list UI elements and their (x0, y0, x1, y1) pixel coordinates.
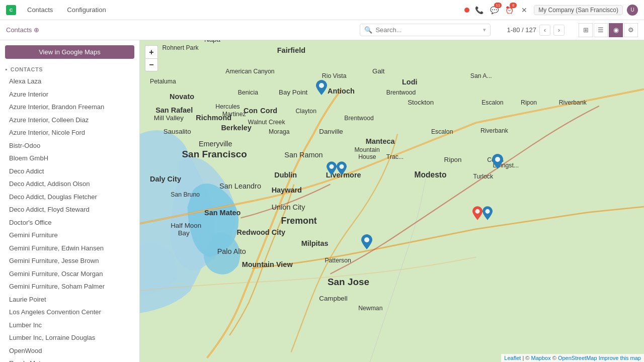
osm-link[interactable]: OpenStreetMap (558, 355, 597, 361)
svg-text:Turlock: Turlock (473, 173, 494, 180)
svg-text:Napa: Napa (204, 40, 221, 43)
contact-list-item[interactable]: Gemini Furniture, Edwin Hansen (0, 242, 139, 255)
zoom-out-button[interactable]: − (145, 58, 158, 71)
map-pin-concord2[interactable] (337, 161, 347, 175)
prev-page-button[interactable]: ‹ (539, 25, 550, 36)
collapse-icon[interactable]: ▪ (5, 66, 8, 73)
svg-text:Danville: Danville (319, 128, 343, 135)
svg-text:Redwood City: Redwood City (237, 228, 285, 236)
status-indicator (464, 8, 469, 13)
map-pin-fairfield[interactable] (316, 80, 327, 95)
contact-list-item[interactable]: Azure Interior, Colleen Diaz (0, 114, 139, 127)
contact-list-item[interactable]: Alexa Laza (0, 75, 139, 88)
activity-icon[interactable]: ⏰ 8 (504, 5, 515, 16)
search-box: 🔍 ▾ (360, 24, 491, 36)
contact-list-item[interactable]: Deco Addict (0, 165, 139, 178)
svg-text:Hercules: Hercules (215, 103, 239, 110)
contact-list-item[interactable]: Gemini Furniture (0, 229, 139, 242)
map-container[interactable]: Rohnert Park Napa Sonoma Vacaville Fairf… (140, 40, 644, 362)
svg-text:San Rafael: San Rafael (155, 106, 193, 114)
zoom-in-button[interactable]: + (145, 45, 158, 58)
mapbox-link[interactable]: Mapbox (531, 355, 551, 361)
contact-list-item[interactable]: Lumber Inc, Lorraine Douglas (0, 331, 139, 344)
close-icon[interactable]: ✕ (519, 5, 530, 16)
svg-text:San A...: San A... (470, 72, 492, 79)
contact-list-item[interactable]: Deco Addict, Douglas Fletcher (0, 191, 139, 204)
main-layout: View in Google Maps ▪ CONTACTS Alexa Laz… (0, 40, 644, 362)
list-view-button[interactable]: ☰ (594, 23, 608, 37)
chat-icon[interactable]: 💬 11 (489, 5, 500, 16)
next-page-button[interactable]: › (553, 25, 565, 36)
map-pin-stockton[interactable] (492, 154, 503, 169)
svg-text:Galt: Galt (372, 67, 385, 75)
nav-configuration[interactable]: Configuration (64, 4, 109, 16)
leaflet-link[interactable]: Leaflet (504, 355, 521, 361)
contact-list-item[interactable]: Los Angeles Convention Center (0, 306, 139, 319)
svg-point-80 (364, 237, 369, 242)
search-input[interactable] (375, 26, 480, 34)
contact-list-item[interactable]: Deco Addict, Addison Olson (0, 177, 139, 191)
svg-point-76 (339, 164, 344, 169)
search-icon: 🔍 (364, 26, 372, 34)
contact-list-item[interactable]: Bistr-Odoo (0, 139, 139, 152)
contact-list-item[interactable]: Ready Mat (0, 357, 139, 362)
contact-list-item[interactable]: Bloem GmbH (0, 152, 139, 165)
company-name: My Company (San Francisco) (538, 7, 618, 14)
company-selector[interactable]: My Company (San Francisco) (534, 5, 623, 15)
contact-list-item[interactable]: Gemini Furniture, Oscar Morgan (0, 267, 139, 281)
map-pin-tracy-blue[interactable] (482, 206, 493, 220)
contact-list-item[interactable]: Deco Addict, Floyd Steward (0, 203, 139, 216)
top-right-controls: 📞 💬 11 ⏰ 8 ✕ My Company (San Francisco) … (464, 5, 638, 16)
contact-list-item[interactable]: Lumber Inc (0, 319, 139, 332)
svg-text:Ripon: Ripon (444, 156, 462, 163)
user-avatar[interactable]: U (627, 5, 638, 16)
contact-list-item[interactable]: Gemini Furniture, Soham Palmer (0, 280, 139, 293)
svg-text:Escalon: Escalon (481, 100, 504, 107)
svg-text:Escalon: Escalon (431, 128, 453, 135)
svg-text:San Francisco: San Francisco (182, 149, 247, 159)
svg-text:San Leandro: San Leandro (219, 183, 261, 191)
contact-list-item[interactable]: Doctor's Office (0, 216, 139, 229)
map-pin-concord1[interactable] (327, 161, 337, 175)
add-icon[interactable]: ⊕ (34, 26, 39, 34)
map-zoom-controls: + − (145, 45, 158, 71)
map-pin-fremont[interactable] (361, 234, 372, 249)
svg-text:Bay Point: Bay Point (279, 88, 307, 96)
svg-text:Ripon: Ripon (521, 100, 537, 107)
view-settings-button[interactable]: ⚙ (624, 23, 638, 37)
svg-text:Bay: Bay (178, 229, 190, 237)
map-background: Rohnert Park Napa Sonoma Vacaville Fairf… (140, 40, 644, 362)
contact-list-item[interactable]: Azure Interior, Brandon Freeman (0, 101, 139, 114)
svg-text:Stockton: Stockton (408, 99, 434, 107)
map-pin-tracy-red[interactable] (472, 206, 482, 220)
contact-list-item[interactable]: Azure Interior, Nicole Ford (0, 126, 139, 139)
svg-point-77 (495, 157, 500, 162)
svg-text:Mountain: Mountain (354, 146, 380, 153)
svg-text:American Canyon: American Canyon (225, 68, 274, 75)
svg-text:Riverbank: Riverbank (559, 100, 587, 107)
view-google-maps-button[interactable]: View in Google Maps (5, 45, 134, 59)
map-footer: Leaflet | © Mapbox © OpenStreetMap Impro… (501, 354, 644, 362)
kanban-view-button[interactable]: ⊞ (579, 23, 593, 37)
svg-text:Brentwood: Brentwood (344, 115, 374, 122)
map-view-button[interactable]: ◉ (609, 23, 623, 37)
svg-text:San Mateo: San Mateo (204, 209, 241, 217)
svg-text:Riverbank: Riverbank (480, 127, 509, 134)
improve-map-link[interactable]: Improve this map (599, 355, 641, 361)
svg-text:Novato: Novato (170, 93, 194, 101)
contact-list-item[interactable]: Gemini Furniture, Jesse Brown (0, 254, 139, 267)
svg-text:Moraga: Moraga (269, 128, 290, 135)
svg-text:Half Moon: Half Moon (171, 222, 201, 229)
search-dropdown-icon[interactable]: ▾ (483, 27, 486, 33)
svg-text:Campbell: Campbell (319, 295, 347, 302)
view-controls: ⊞ ☰ ◉ ⚙ (579, 23, 638, 37)
contact-list-item[interactable]: Laurie Poiret (0, 293, 139, 306)
nav-contacts[interactable]: Contacts (24, 4, 56, 16)
contact-list-item[interactable]: Azure Interior (0, 88, 139, 101)
svg-text:Palo Alto: Palo Alto (217, 247, 246, 255)
svg-text:Sausalito: Sausalito (164, 128, 191, 135)
contact-list-item[interactable]: OpenWood (0, 344, 139, 357)
breadcrumb-label[interactable]: Contacts (6, 26, 32, 34)
phone-icon[interactable]: 📞 (473, 5, 485, 16)
app-icon: C (6, 5, 16, 15)
